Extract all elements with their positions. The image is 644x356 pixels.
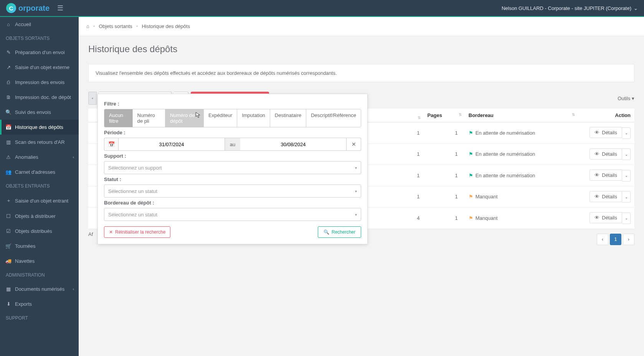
table-footer-text: Af	[88, 229, 93, 245]
sidebar-item-a-distribuer[interactable]: ☐Objets à distribuer	[0, 209, 79, 224]
filter-tab-depot[interactable]: Numéro de dépôt	[165, 109, 204, 127]
flag-icon: ⚑	[469, 194, 473, 199]
sidebar-item-carnet[interactable]: 👥Carnet d'adresses	[0, 165, 79, 180]
app-header: C orporate ☰ Nelson GUILLARD - Corporate…	[0, 0, 644, 17]
breadcrumb-l2: Historique des dépôts	[142, 23, 190, 29]
menu-toggle-icon[interactable]: ☰	[57, 4, 63, 12]
eye-icon: 👁	[594, 215, 599, 221]
detail-button[interactable]: 👁Détails	[590, 170, 622, 181]
filter-tab-expediteur[interactable]: Expéditeur	[204, 109, 237, 127]
sidebar-item-preparation[interactable]: ✎Préparation d'un envoi	[0, 45, 79, 60]
calendar-icon: 📅	[6, 124, 11, 130]
support-label: Support :	[104, 153, 361, 159]
sidebar-item-distribues[interactable]: ☑Objets distribués	[0, 224, 79, 239]
filter-panel: Filtre : Aucun filtre Numéro de pli Numé…	[97, 94, 368, 244]
sidebar: ⌂Accueil OBJETS SORTANTS ✎Préparation d'…	[0, 17, 79, 356]
sidebar-section-admin: ADMINISTRATION	[0, 269, 79, 282]
breadcrumb-l1[interactable]: Objets sortants	[99, 23, 132, 29]
filter-tab-descriptif[interactable]: Descriptif/Référence	[306, 109, 361, 127]
page-next[interactable]: ›	[623, 234, 634, 245]
check-square-icon: ☑	[6, 228, 11, 234]
detail-button[interactable]: 👁Détails	[590, 127, 622, 138]
date-to-input[interactable]	[240, 138, 347, 151]
sidebar-item-navettes[interactable]: 🚚Navettes	[0, 254, 79, 269]
periode-label: Période :	[104, 130, 361, 135]
sidebar-item-suivi[interactable]: 🔍Suivi des envois	[0, 105, 79, 120]
statut-select[interactable]: Sélectionnez un statut	[104, 185, 361, 198]
external-icon: ↗	[6, 64, 11, 70]
eye-icon: 👁	[594, 172, 599, 178]
info-box: Visualisez l'ensemble des dépôts effectu…	[88, 64, 634, 82]
bordereau-select[interactable]: Sélectionnez un statut	[104, 208, 361, 221]
sidebar-item-saisie-entrant[interactable]: ＋Saisie d'un objet entrant	[0, 193, 79, 209]
sidebar-item-scan-ar[interactable]: ▥Scan des retours d'AR	[0, 135, 79, 150]
file-icon: 🗎	[6, 94, 11, 100]
detail-caret[interactable]: ⌄	[622, 191, 631, 203]
pencil-icon: ✎	[6, 49, 11, 55]
filter-tab-none[interactable]: Aucun filtre	[104, 109, 133, 127]
support-select[interactable]: Sélectionnez un support	[104, 161, 361, 174]
date-clear-button[interactable]: ✕	[347, 138, 361, 151]
user-label: Nelson GUILLARD - Corporate - site JUPIT…	[502, 5, 631, 11]
filter-tabs: Aucun filtre Numéro de pli Numéro de dép…	[104, 109, 361, 127]
search-icon: 🔍	[324, 229, 329, 235]
eye-icon: 👁	[594, 151, 599, 157]
sidebar-section-support: SUPPORT	[0, 312, 79, 325]
search-icon: 🔍	[6, 109, 11, 115]
detail-caret[interactable]: ⌄	[622, 213, 631, 224]
detail-caret[interactable]: ⌄	[622, 170, 631, 181]
date-from-input[interactable]	[119, 138, 225, 151]
logo: C orporate	[6, 3, 50, 13]
page-current[interactable]: 1	[610, 234, 621, 245]
plus-icon: ＋	[6, 197, 11, 204]
barcode-icon: ▥	[6, 139, 11, 145]
flag-icon: ⚑	[469, 151, 473, 157]
sidebar-item-saisie-ext[interactable]: ↗Saisie d'un objet externe	[0, 60, 79, 75]
logo-icon: C	[6, 3, 16, 13]
sidebar-item-impression-doc[interactable]: 🗎Impression doc. de dépôt	[0, 90, 79, 105]
filter-tab-imputation[interactable]: Imputation	[237, 109, 270, 127]
page-prev[interactable]: ‹	[597, 234, 608, 245]
sidebar-item-docs-num[interactable]: ▦Documents numérisés‹	[0, 282, 79, 297]
sidebar-item-impression-envois[interactable]: ⎙Impression des envois	[0, 75, 79, 90]
chevron-left-icon: ‹	[73, 287, 74, 291]
square-icon: ☐	[6, 213, 11, 219]
sidebar-item-tournees[interactable]: 🛒Tournées	[0, 239, 79, 254]
eye-icon: 👁	[594, 194, 599, 199]
sort-icon[interactable]: ⇅	[572, 112, 575, 117]
flag-icon: ⚑	[469, 215, 473, 221]
filter-tab-pli[interactable]: Numéro de pli	[133, 109, 165, 127]
print-icon: ⎙	[6, 79, 11, 85]
apply-filter-button[interactable]: 🔍Rechercher	[318, 226, 361, 238]
detail-button[interactable]: 👁Détails	[590, 212, 622, 223]
logo-text: orporate	[18, 4, 50, 13]
caret-down-icon: ▾	[632, 96, 634, 101]
users-icon: 👥	[6, 169, 11, 175]
sidebar-item-historique[interactable]: 📅Historique des dépôts	[0, 120, 79, 135]
sort-icon[interactable]: ⇅	[459, 112, 462, 117]
sidebar-section-out: OBJETS SORTANTS	[0, 32, 79, 45]
search-dropdown-toggle[interactable]: ▾	[88, 92, 97, 105]
tools-dropdown[interactable]: Outils ▾	[618, 93, 634, 104]
detail-caret[interactable]: ⌄	[622, 127, 631, 139]
flag-icon: ⚑	[469, 173, 473, 178]
calendar-icon[interactable]: 📅	[104, 138, 119, 151]
filter-tab-destinataire[interactable]: Destinataire	[270, 109, 306, 127]
detail-button[interactable]: 👁Détails	[590, 148, 622, 160]
flag-icon: ⚑	[469, 130, 473, 136]
detail-caret[interactable]: ⌄	[622, 148, 631, 160]
warning-icon: ⚠	[6, 154, 11, 160]
detail-button[interactable]: 👁Détails	[590, 191, 622, 202]
reset-filter-button[interactable]: ✕Réinitialiser la recherche	[104, 226, 170, 238]
sidebar-item-exports[interactable]: ⬇Exports	[0, 297, 79, 312]
home-icon[interactable]: ⌂	[86, 23, 89, 29]
chevron-down-icon: ⌄	[634, 5, 638, 11]
statut-label: Statut :	[104, 176, 361, 182]
grid-icon: ▦	[6, 286, 11, 292]
sidebar-item-accueil[interactable]: ⌂Accueil	[0, 17, 79, 32]
user-menu[interactable]: Nelson GUILLARD - Corporate - site JUPIT…	[502, 5, 638, 11]
sidebar-item-anomalies[interactable]: ⚠Anomalies‹	[0, 150, 79, 165]
sidebar-section-in: OBJETS ENTRANTS	[0, 180, 79, 193]
breadcrumb: ⌂ • Objets sortants • Historique des dép…	[79, 17, 644, 36]
sort-icon[interactable]: ⇅	[418, 115, 421, 120]
